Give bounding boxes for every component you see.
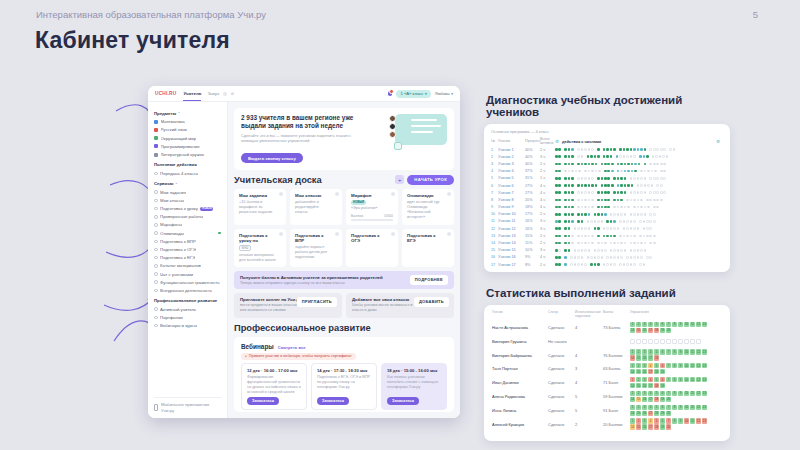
exercise-cell[interactable]: 7 [666, 322, 671, 327]
student-name[interactable]: Настя Астраханова [492, 325, 548, 330]
exercise-cell[interactable]: 16 [642, 411, 647, 416]
sidebar-item-subject[interactable]: Окружающий мир [154, 134, 221, 142]
gear-icon[interactable] [555, 139, 559, 144]
exercise-cell[interactable]: 19 [660, 397, 665, 402]
exercise-cell[interactable]: 16 [642, 355, 647, 360]
exercise-cell[interactable]: 5 [654, 405, 659, 410]
sidebar-section-subjects[interactable]: Предметы [154, 111, 221, 116]
exercise-cell[interactable]: 2 [636, 418, 641, 423]
exercise-cell[interactable]: 9 [678, 405, 683, 410]
sidebar-section-services[interactable]: Сервисы [154, 181, 221, 186]
exercise-cell[interactable]: 11 [690, 363, 695, 368]
exercise-cell[interactable]: 15 [636, 424, 641, 429]
exercise-cell[interactable]: 19 [660, 424, 665, 429]
student-link[interactable]: Ученик 2 [498, 155, 525, 159]
exercise-cell[interactable]: 8 [672, 391, 677, 396]
exercise-cell[interactable]: 5 [654, 391, 659, 396]
exercise-cell[interactable]: 12 [696, 418, 701, 423]
student-name[interactable]: Алена Родионова [492, 394, 548, 399]
sidebar-item-subject[interactable]: Литературный кружок [154, 150, 221, 158]
board-card[interactable]: Подготовка к уроку по МЭШ готовые матери… [234, 229, 286, 267]
exercise-cell[interactable]: 7 [666, 418, 671, 423]
student-link[interactable]: Ученик 11 [498, 219, 525, 223]
board-card[interactable]: Олимпиады идет основной тур Олимпиада «Б… [402, 189, 454, 225]
sidebar-item-service[interactable]: Чат с учениками [154, 270, 221, 278]
exercise-cell[interactable]: 2 [636, 377, 641, 382]
exercise-cell[interactable]: 4 [648, 418, 653, 423]
exercise-cell[interactable]: 10 [684, 377, 689, 382]
exercise-cell[interactable]: 18 [654, 397, 659, 402]
exercise-cell[interactable]: 10 [684, 363, 689, 368]
exercise-cell[interactable]: 18 [654, 424, 659, 429]
sidebar-item-service[interactable]: Подготовка к уроку НОВОЕ [154, 204, 221, 212]
board-card[interactable]: Подготовка к ОГЭ [346, 229, 398, 267]
see-all-link[interactable]: Смотреть все [278, 345, 306, 350]
exercise-cell[interactable]: 8 [672, 363, 677, 368]
sidebar-item-subject[interactable]: Математика [154, 118, 221, 126]
board-card[interactable]: Подготовка к ВПР задайте вариант работы … [290, 229, 342, 267]
class-selector[interactable]: 1 «А» класс [396, 90, 430, 98]
exercise-cell[interactable]: 3 [642, 322, 647, 327]
student-link[interactable]: Ученик 17 [498, 263, 525, 267]
student-link[interactable]: Ученик 4 [498, 169, 525, 173]
exercise-cell[interactable]: 18 [654, 369, 659, 374]
exercise-cell[interactable]: 20 [666, 424, 671, 429]
sidebar-item-service[interactable]: Функциональная грамотность [154, 278, 221, 286]
exercise-cell[interactable]: 19 [660, 369, 665, 374]
exercise-cell[interactable]: 2 [636, 349, 641, 354]
exercise-cell[interactable]: 3 [642, 349, 647, 354]
exercise-cell[interactable]: 14 [630, 397, 635, 402]
exercise-cell[interactable]: 4 [648, 405, 653, 410]
sidebar-item-subject[interactable]: Программирование [154, 142, 221, 150]
exercise-cell[interactable]: 15 [636, 355, 641, 360]
exercise-cell[interactable]: 12 [696, 405, 701, 410]
exercise-cell[interactable]: 11 [690, 377, 695, 382]
exercise-cell[interactable]: 6 [660, 363, 665, 368]
exercise-cell[interactable]: 8 [672, 322, 677, 327]
bell-icon[interactable] [388, 91, 393, 96]
sidebar-item-service[interactable]: Подготовка к ЕГЭ [154, 254, 221, 262]
exercise-cell[interactable]: 11 [690, 349, 695, 354]
sidebar-item-professional[interactable]: Вебинары и курсы [154, 322, 221, 330]
start-lesson-button[interactable]: НАЧАТЬ УРОК [407, 175, 454, 185]
exercise-cell[interactable]: 15 [636, 411, 641, 416]
exercise-cell[interactable]: 14 [630, 424, 635, 429]
exercise-cell[interactable]: 20 [666, 411, 671, 416]
student-name[interactable]: Виктория Байрошева [492, 353, 548, 358]
student-link[interactable]: Ученик 15 [498, 248, 525, 252]
tab-zavuch[interactable]: Завуч [207, 91, 219, 96]
sidebar-item-subject[interactable]: Русский язык [154, 126, 221, 134]
exercise-cell[interactable]: 1 [630, 377, 635, 382]
board-card[interactable]: Мои классы добавляйте и редактируйте кла… [290, 189, 342, 225]
student-name[interactable]: Иван Данилов [492, 380, 548, 385]
student-link[interactable]: Ученик 8 [498, 198, 525, 202]
exercise-cell[interactable]: 5 [654, 349, 659, 354]
exercise-cell[interactable]: 5 [654, 377, 659, 382]
exercise-cell[interactable]: 10 [684, 391, 689, 396]
exercise-cell[interactable]: 7 [666, 377, 671, 382]
exercise-cell[interactable]: 10 [684, 418, 689, 423]
exercise-cell[interactable]: 13 [702, 391, 707, 396]
exercise-cell[interactable]: 20 [666, 328, 671, 333]
exercise-cell[interactable]: 12 [696, 363, 701, 368]
exercise-cell[interactable]: 9 [678, 363, 683, 368]
sidebar-item-professional[interactable]: Портфолио [154, 313, 221, 321]
exercise-cell[interactable]: 12 [696, 349, 701, 354]
exercise-cell[interactable]: 14 [630, 411, 635, 416]
assign-to-class-button[interactable]: Выдать своему классу [241, 153, 303, 163]
exercise-cell[interactable]: 18 [654, 411, 659, 416]
exercise-cell[interactable]: 20 [666, 397, 671, 402]
student-link[interactable]: Ученик 7 [498, 191, 525, 195]
student-name[interactable]: Алексей Кравцов [492, 422, 548, 427]
exercise-cell[interactable]: 1 [630, 405, 635, 410]
signup-button[interactable]: Записаться [247, 397, 279, 405]
exercise-cell[interactable]: 18 [654, 383, 659, 388]
exercise-cell[interactable]: 13 [702, 349, 707, 354]
exercise-cell[interactable]: 3 [642, 363, 647, 368]
sidebar-item-service[interactable]: Подготовка к ОГЭ [154, 245, 221, 253]
exercise-cell[interactable]: 17 [648, 411, 653, 416]
exercise-cell[interactable]: 12 [696, 391, 701, 396]
sidebar-item-service[interactable]: Проверочные работы [154, 213, 221, 221]
exercise-cell[interactable]: 5 [654, 322, 659, 327]
exercise-cell[interactable]: 19 [660, 411, 665, 416]
